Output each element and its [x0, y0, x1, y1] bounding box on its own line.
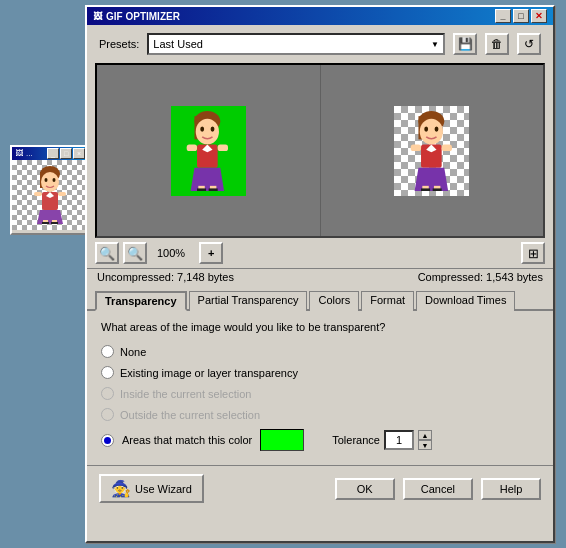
svg-rect-25 — [209, 188, 218, 191]
reset-preset-btn[interactable]: ↺ — [517, 33, 541, 55]
svg-point-29 — [424, 126, 428, 131]
svg-rect-11 — [42, 222, 49, 224]
corner-minimize-btn[interactable]: _ — [47, 148, 59, 159]
radio-existing-circle[interactable] — [101, 366, 114, 379]
zoom-level: 100% — [151, 247, 191, 259]
svg-point-16 — [201, 126, 205, 131]
original-sprite-container — [171, 106, 246, 196]
presets-arrow-icon: ▼ — [431, 40, 439, 49]
tolerance-group: Tolerance ▲ ▼ — [332, 430, 432, 450]
transparency-question: What areas of the image would you like t… — [101, 321, 539, 333]
svg-rect-24 — [197, 188, 206, 191]
minimize-btn[interactable]: _ — [495, 9, 511, 23]
tolerance-down-btn[interactable]: ▼ — [418, 440, 432, 450]
presets-label: Presets: — [99, 38, 139, 50]
svg-point-28 — [419, 118, 442, 144]
svg-rect-38 — [432, 188, 441, 191]
svg-marker-19 — [191, 167, 225, 190]
radio-group: None Existing image or layer transparenc… — [101, 345, 539, 451]
radio-inside-circle — [101, 387, 114, 400]
presets-value: Last Used — [153, 38, 203, 50]
svg-point-17 — [211, 126, 215, 131]
optimized-sprite-container — [394, 106, 469, 196]
wizard-icon: 🧙 — [111, 479, 131, 498]
tab-colors[interactable]: Colors — [309, 291, 359, 311]
tab-transparency[interactable]: Transparency — [95, 291, 187, 311]
help-btn[interactable]: Help — [481, 478, 541, 500]
corner-close-btn[interactable]: × — [73, 148, 85, 159]
wizard-label: Use Wizard — [135, 483, 192, 495]
zoom-out-icon: 🔍 — [99, 246, 115, 261]
svg-marker-6 — [37, 210, 63, 224]
svg-rect-7 — [34, 192, 42, 196]
radio-none-label: None — [120, 346, 146, 358]
tab-partial-transparency-label: Partial Transparency — [198, 294, 299, 306]
reset-icon: ↺ — [524, 37, 534, 51]
tolerance-spinner: ▲ ▼ — [418, 430, 432, 450]
close-btn[interactable]: ✕ — [531, 9, 547, 23]
radio-color-match-circle[interactable] — [101, 434, 114, 447]
zoom-out-btn[interactable]: 🔍 — [95, 242, 119, 264]
radio-outside-circle — [101, 408, 114, 421]
maximize-btn[interactable]: □ — [513, 9, 529, 23]
tab-colors-label: Colors — [318, 294, 350, 306]
preview-optimized — [321, 65, 544, 236]
app-icon: 🖼 — [93, 11, 102, 21]
corner-preview-icon: 🖼 — [15, 149, 23, 158]
tolerance-label: Tolerance — [332, 434, 380, 446]
corner-preview-titlebar: 🖼 ... _ □ × — [12, 147, 88, 160]
compressed-size: Compressed: 1,543 bytes — [418, 271, 543, 283]
radio-color-match-row[interactable]: Areas that match this color Tolerance ▲ … — [101, 429, 539, 451]
svg-marker-32 — [414, 167, 448, 190]
wizard-btn[interactable]: 🧙 Use Wizard — [99, 474, 204, 503]
ok-btn[interactable]: OK — [335, 478, 395, 500]
radio-color-match-label: Areas that match this color — [122, 434, 252, 446]
tolerance-input[interactable] — [384, 430, 414, 450]
tab-download-times[interactable]: Download Times — [416, 291, 515, 311]
cancel-btn[interactable]: Cancel — [403, 478, 473, 500]
radio-existing-label: Existing image or layer transparency — [120, 367, 298, 379]
ok-label: OK — [357, 483, 373, 495]
tab-content-transparency: What areas of the image would you like t… — [87, 311, 553, 461]
original-sprite — [178, 111, 238, 191]
corner-preview-window: 🖼 ... _ □ × — [10, 145, 90, 235]
zoom-controls: 🔍 🔍 100% + ⊞ — [87, 238, 553, 268]
preview-area — [95, 63, 545, 238]
tab-partial-transparency[interactable]: Partial Transparency — [189, 291, 308, 311]
radio-none[interactable]: None — [101, 345, 539, 358]
title-text: GIF OPTIMIZER — [106, 11, 180, 22]
radio-outside: Outside the current selection — [101, 408, 539, 421]
radio-none-circle[interactable] — [101, 345, 114, 358]
svg-point-15 — [196, 118, 219, 144]
save-preset-btn[interactable]: 💾 — [453, 33, 477, 55]
svg-rect-34 — [441, 144, 451, 150]
svg-point-3 — [44, 178, 47, 182]
tolerance-up-btn[interactable]: ▲ — [418, 430, 432, 440]
title-bar-controls: _ □ ✕ — [495, 9, 547, 23]
corner-preview-canvas — [12, 160, 88, 230]
radio-inside-label: Inside the current selection — [120, 388, 251, 400]
corner-preview-title-text: ... — [26, 149, 33, 158]
svg-rect-37 — [421, 188, 430, 191]
delete-preset-btn[interactable]: 🗑 — [485, 33, 509, 55]
cancel-label: Cancel — [421, 483, 455, 495]
radio-outside-label: Outside the current selection — [120, 409, 260, 421]
color-swatch[interactable] — [260, 429, 304, 451]
tab-format-label: Format — [370, 294, 405, 306]
uncompressed-size: Uncompressed: 7,148 bytes — [97, 271, 234, 283]
add-btn[interactable]: + — [199, 242, 223, 264]
view-layout-btn[interactable]: ⊞ — [521, 242, 545, 264]
save-icon: 💾 — [458, 37, 473, 51]
delete-icon: 🗑 — [491, 37, 503, 51]
add-icon: + — [208, 247, 214, 259]
zoom-in-btn[interactable]: 🔍 — [123, 242, 147, 264]
corner-maximize-btn[interactable]: □ — [60, 148, 72, 159]
preview-original — [97, 65, 321, 236]
bottom-row: 🧙 Use Wizard OK Cancel Help — [87, 465, 553, 511]
radio-inside: Inside the current selection — [101, 387, 539, 400]
svg-rect-12 — [51, 222, 58, 224]
layout-icon: ⊞ — [528, 246, 539, 261]
radio-existing[interactable]: Existing image or layer transparency — [101, 366, 539, 379]
tab-format[interactable]: Format — [361, 291, 414, 311]
presets-dropdown[interactable]: Last Used ▼ — [147, 33, 445, 55]
